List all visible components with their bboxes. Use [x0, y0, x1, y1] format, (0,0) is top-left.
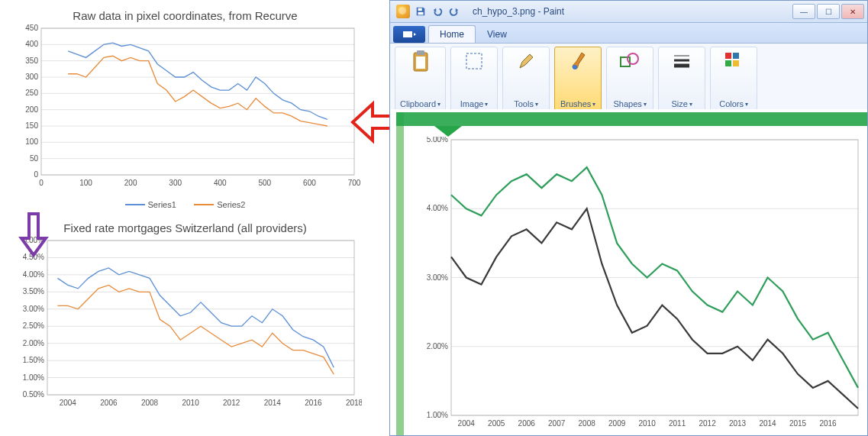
window-buttons: — ☐ ✕ — [792, 4, 867, 19]
svg-text:100: 100 — [79, 179, 92, 187]
svg-text:400: 400 — [25, 40, 38, 48]
ribbon: Clipboard▾ Image▾ Tools▾ Brushes▾ Shapes… — [390, 44, 867, 116]
svg-text:3.00%: 3.00% — [23, 305, 44, 313]
quick-access-toolbar — [390, 5, 466, 18]
svg-text:1.50%: 1.50% — [23, 356, 44, 364]
chart2-title: Fixed rate mortgages Switzerland (all pr… — [11, 217, 360, 236]
image-select-icon — [463, 50, 485, 72]
svg-text:2016: 2016 — [819, 419, 837, 428]
chart2-plot: 0.50%1.00%1.50%2.00%2.50%3.00%3.50%4.00%… — [11, 236, 362, 412]
svg-text:200: 200 — [25, 105, 38, 114]
svg-rect-60 — [403, 31, 412, 37]
shapes-icon — [619, 50, 641, 72]
svg-text:2014: 2014 — [759, 419, 776, 428]
svg-text:2018: 2018 — [346, 399, 362, 407]
svg-rect-72 — [733, 53, 739, 59]
svg-rect-73 — [725, 60, 731, 66]
ribbon-clipboard[interactable]: Clipboard▾ — [395, 47, 446, 112]
svg-text:400: 400 — [214, 179, 227, 187]
redo-button[interactable] — [448, 5, 460, 18]
svg-text:1.00%: 1.00% — [23, 373, 44, 382]
svg-text:2015: 2015 — [789, 419, 807, 428]
green-sidebar-stripe — [396, 112, 404, 435]
svg-rect-59 — [418, 12, 424, 15]
ribbon-tabs: Home View — [390, 23, 867, 44]
titlebar: ch_hypo_3.png - Paint — ☐ ✕ — [390, 1, 867, 23]
svg-text:0: 0 — [39, 179, 44, 187]
ribbon-colors[interactable]: Colors▾ — [710, 47, 757, 112]
brush-icon — [567, 50, 589, 72]
svg-text:2006: 2006 — [100, 399, 118, 407]
svg-text:5.00%: 5.00% — [427, 137, 448, 144]
svg-text:2010: 2010 — [639, 419, 657, 428]
screenshot-root: Raw data in pixel coordinates, from Recu… — [0, 0, 868, 436]
window-title: ch_hypo_3.png - Paint — [473, 6, 564, 17]
svg-text:2009: 2009 — [608, 419, 626, 428]
svg-text:2006: 2006 — [518, 419, 536, 428]
svg-text:2014: 2014 — [264, 399, 282, 407]
save-button[interactable] — [415, 5, 427, 18]
svg-text:2.50%: 2.50% — [23, 321, 44, 330]
svg-text:250: 250 — [25, 89, 38, 97]
svg-text:50: 50 — [30, 154, 39, 163]
tab-home[interactable]: Home — [428, 25, 476, 43]
svg-text:700: 700 — [348, 179, 361, 187]
svg-text:2004: 2004 — [60, 399, 77, 407]
purple-arrow-icon — [18, 212, 49, 258]
chart1-plot: 0501001502002503003504004500100200300400… — [11, 24, 362, 192]
svg-text:600: 600 — [303, 179, 316, 187]
ribbon-brushes[interactable]: Brushes▾ — [554, 47, 602, 112]
svg-text:2005: 2005 — [488, 419, 505, 428]
svg-rect-28 — [41, 28, 354, 175]
svg-text:350: 350 — [25, 57, 38, 65]
chart2-mortgages: Fixed rate mortgages Switzerland (all pr… — [11, 217, 360, 414]
pencil-icon — [515, 50, 537, 72]
svg-text:3.50%: 3.50% — [23, 287, 44, 296]
close-button[interactable]: ✕ — [841, 4, 864, 19]
svg-text:2004: 2004 — [458, 419, 476, 428]
svg-point-65 — [573, 65, 577, 69]
ribbon-tools[interactable]: Tools▾ — [502, 47, 550, 112]
size-icon — [671, 50, 692, 72]
svg-text:2013: 2013 — [729, 419, 747, 428]
svg-text:500: 500 — [259, 179, 272, 187]
minimize-button[interactable]: — — [792, 4, 815, 19]
green-banner — [396, 112, 867, 126]
svg-text:300: 300 — [169, 179, 182, 187]
svg-rect-58 — [418, 8, 422, 11]
svg-text:150: 150 — [25, 121, 38, 130]
legend-series2: Series2 — [194, 200, 245, 209]
svg-text:0: 0 — [34, 170, 38, 179]
svg-text:4.00%: 4.00% — [427, 204, 448, 212]
ribbon-shapes[interactable]: Shapes▾ — [606, 47, 653, 112]
svg-text:2012: 2012 — [699, 419, 716, 428]
chart1-legend: Series1 Series2 — [11, 194, 360, 214]
svg-text:4.00%: 4.00% — [23, 270, 44, 279]
legend-series1: Series1 — [125, 200, 176, 209]
left-column: Raw data in pixel coordinates, from Recu… — [0, 0, 370, 436]
ribbon-size[interactable]: Size▾ — [658, 47, 705, 112]
svg-rect-62 — [417, 50, 424, 55]
svg-text:2.00%: 2.00% — [23, 339, 44, 347]
chart1-title: Raw data in pixel coordinates, from Recu… — [11, 5, 360, 24]
svg-text:1.00%: 1.00% — [427, 411, 448, 419]
file-menu-button[interactable] — [393, 26, 425, 43]
svg-text:300: 300 — [25, 73, 38, 81]
svg-text:2016: 2016 — [305, 399, 322, 407]
svg-text:2010: 2010 — [182, 399, 199, 407]
ribbon-image[interactable]: Image▾ — [450, 47, 498, 112]
paint-canvas[interactable]: 1.00%2.00%3.00%4.00%5.00%200420052006200… — [390, 109, 867, 435]
maximize-button[interactable]: ☐ — [817, 4, 840, 19]
svg-text:2008: 2008 — [141, 399, 159, 407]
clipboard-icon — [410, 50, 431, 72]
tab-view[interactable]: View — [476, 25, 518, 43]
paint-app-icon — [396, 5, 410, 18]
green-banner-notch-icon — [434, 126, 462, 137]
chart1-rawpixels: Raw data in pixel coordinates, from Recu… — [11, 5, 360, 214]
undo-button[interactable] — [431, 5, 444, 18]
svg-text:3.00%: 3.00% — [427, 273, 448, 282]
svg-rect-74 — [733, 60, 739, 66]
svg-text:200: 200 — [124, 179, 137, 187]
svg-text:2.00%: 2.00% — [427, 342, 448, 350]
svg-text:0.50%: 0.50% — [23, 390, 44, 399]
